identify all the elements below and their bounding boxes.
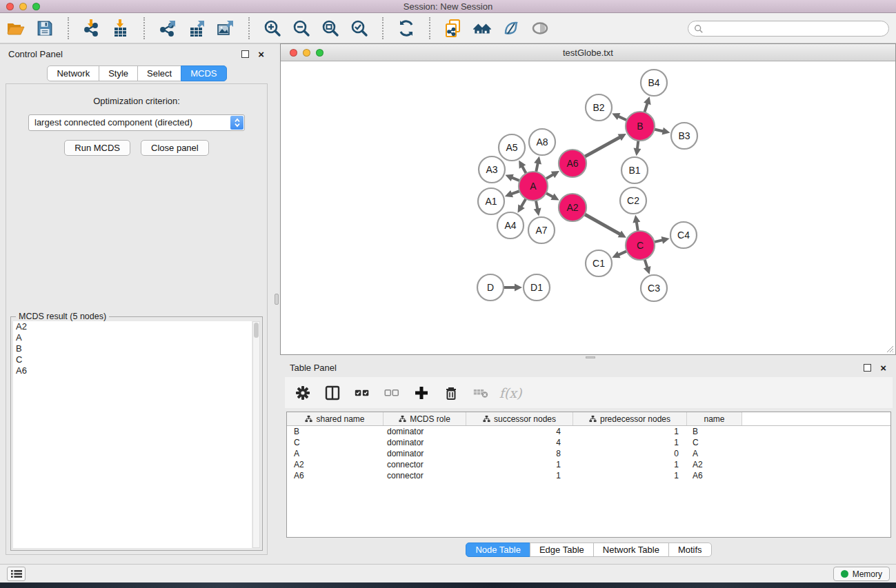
export-table-icon[interactable] bbox=[186, 18, 207, 39]
tab-edge-table[interactable]: Edge Table bbox=[530, 543, 594, 557]
tab-style[interactable]: Style bbox=[99, 65, 138, 81]
hide-columns-icon[interactable] bbox=[383, 384, 401, 402]
toolbar-separator bbox=[143, 17, 145, 39]
mcds-result-item[interactable]: A2 bbox=[13, 321, 252, 332]
mcds-result-item[interactable]: B bbox=[13, 343, 252, 354]
float-panel-icon[interactable] bbox=[864, 364, 871, 372]
graph-node-label: A6 bbox=[566, 158, 578, 169]
tab-network[interactable]: Network bbox=[47, 65, 99, 81]
vertical-splitter[interactable] bbox=[274, 44, 280, 564]
graph-edge[interactable] bbox=[512, 192, 519, 194]
search-box[interactable] bbox=[688, 21, 889, 37]
graph-node-label: B bbox=[637, 121, 643, 132]
graph-edge[interactable] bbox=[521, 199, 526, 206]
edge-arrowhead-icon bbox=[644, 97, 651, 105]
splitter-handle[interactable] bbox=[275, 294, 279, 305]
show-columns-icon[interactable] bbox=[353, 384, 371, 402]
tab-network-table[interactable]: Network Table bbox=[593, 543, 669, 557]
graph-edge[interactable] bbox=[536, 201, 537, 209]
graph-edge[interactable] bbox=[655, 240, 662, 242]
graph-node-label: D bbox=[487, 282, 494, 293]
memory-button[interactable]: Memory bbox=[833, 567, 890, 581]
resize-grip-icon[interactable] bbox=[885, 344, 894, 353]
column-header-MCDS-role[interactable]: MCDS role bbox=[384, 412, 466, 425]
import-table-icon[interactable] bbox=[110, 18, 131, 39]
zoom-in-icon[interactable] bbox=[262, 18, 283, 39]
graph-edge[interactable] bbox=[512, 178, 519, 181]
float-panel-icon[interactable] bbox=[241, 50, 249, 58]
close-panel-icon[interactable]: × bbox=[258, 50, 264, 58]
tab-node-table[interactable]: Node Table bbox=[466, 543, 530, 557]
search-input[interactable] bbox=[707, 23, 883, 34]
graph-edge[interactable] bbox=[536, 163, 537, 171]
mcds-result-item[interactable]: C bbox=[13, 354, 252, 365]
graph-edge[interactable] bbox=[619, 116, 626, 120]
graph-edge[interactable] bbox=[619, 252, 626, 255]
graphics-details-icon[interactable] bbox=[501, 18, 521, 39]
mcds-result-list[interactable]: A2ABCA6 bbox=[13, 321, 252, 548]
delete-column-icon[interactable] bbox=[442, 384, 460, 402]
network-canvas[interactable]: AA1A2A3A4A5A6A7A8BB1B2B3B4CC1C2C3C4DD1 bbox=[281, 61, 895, 354]
import-network-icon[interactable] bbox=[81, 18, 102, 39]
table-header-row: shared nameMCDS rolesuccessor nodesprede… bbox=[287, 412, 890, 426]
zoom-fit-icon[interactable] bbox=[320, 18, 341, 39]
save-icon[interactable] bbox=[34, 18, 55, 39]
scrollbar-thumb[interactable] bbox=[254, 323, 259, 338]
graph-edge[interactable] bbox=[637, 141, 638, 148]
column-header-shared-name[interactable]: shared name bbox=[287, 412, 384, 425]
tab-mcds[interactable]: MCDS bbox=[181, 65, 226, 81]
column-header-name[interactable]: name bbox=[687, 412, 742, 425]
graph-node-label: C2 bbox=[627, 195, 639, 206]
table-row[interactable]: A2connector11A2 bbox=[287, 459, 890, 470]
search-icon bbox=[694, 24, 704, 34]
close-panel-icon[interactable]: × bbox=[880, 364, 886, 372]
graph-edge[interactable] bbox=[523, 167, 526, 173]
column-header-predecessor-nodes[interactable]: predecessor nodes bbox=[573, 412, 687, 425]
tab-select[interactable]: Select bbox=[137, 65, 181, 81]
table-cell: dominator bbox=[384, 449, 466, 458]
eye-icon[interactable] bbox=[530, 18, 550, 39]
optimization-criterion-label: Optimization criterion: bbox=[6, 96, 267, 106]
graph-edge[interactable] bbox=[585, 137, 619, 156]
criterion-dropdown[interactable]: largest connected component (directed) bbox=[28, 114, 245, 131]
graph-edge[interactable] bbox=[655, 130, 663, 132]
edge-arrowhead-icon bbox=[534, 156, 541, 165]
refresh-icon[interactable] bbox=[396, 18, 417, 39]
column-label: successor nodes bbox=[494, 414, 556, 424]
graph-edge[interactable] bbox=[585, 214, 619, 234]
toolbar-separator bbox=[68, 17, 69, 39]
zoom-selected-icon[interactable] bbox=[349, 18, 370, 39]
sort-icon bbox=[589, 415, 597, 423]
export-image-icon[interactable] bbox=[215, 18, 236, 39]
graph-edge[interactable] bbox=[645, 260, 647, 267]
graph-edge[interactable] bbox=[645, 104, 648, 112]
list-icon bbox=[11, 569, 22, 578]
settings-icon[interactable] bbox=[294, 384, 312, 402]
mcds-result-item[interactable]: A6 bbox=[13, 365, 252, 376]
tab-motifs[interactable]: Motifs bbox=[668, 543, 712, 557]
close-panel-button[interactable]: Close panel bbox=[141, 140, 209, 156]
zoom-out-icon[interactable] bbox=[291, 18, 312, 39]
graph-node-label: C bbox=[637, 240, 644, 251]
criterion-value: largest connected component (directed) bbox=[29, 115, 244, 130]
home-icon[interactable] bbox=[472, 18, 492, 39]
table-row[interactable]: Bdominator41B bbox=[287, 426, 890, 437]
export-network-icon[interactable] bbox=[157, 18, 178, 39]
splitter-handle[interactable] bbox=[586, 356, 595, 358]
graph-edge[interactable] bbox=[637, 223, 638, 231]
column-label: MCDS role bbox=[410, 414, 450, 424]
graph-edge[interactable] bbox=[546, 175, 552, 179]
mcds-result-item[interactable]: A bbox=[13, 332, 252, 343]
task-history-button[interactable] bbox=[7, 567, 26, 581]
network-from-selection-icon[interactable] bbox=[443, 18, 464, 39]
add-column-icon[interactable] bbox=[412, 384, 430, 402]
column-header-successor-nodes[interactable]: successor nodes bbox=[466, 412, 573, 425]
table-row[interactable]: A6connector11A6 bbox=[287, 470, 890, 481]
table-row[interactable]: Cdominator41C bbox=[287, 437, 890, 448]
open-icon[interactable] bbox=[6, 18, 26, 39]
graph-edge[interactable] bbox=[546, 194, 552, 197]
table-row[interactable]: Adominator80A bbox=[287, 448, 890, 459]
result-scrollbar[interactable] bbox=[252, 321, 260, 548]
run-mcds-button[interactable]: Run MCDS bbox=[64, 140, 130, 156]
split-columns-icon[interactable] bbox=[323, 384, 341, 402]
